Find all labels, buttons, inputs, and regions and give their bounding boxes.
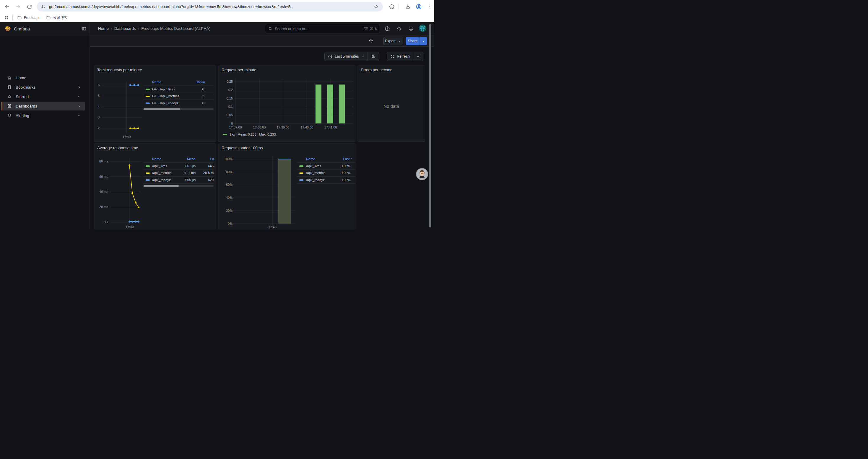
series-name[interactable]: /api/_metrics <box>306 171 325 174</box>
breadcrumb-dashboards[interactable]: Dashboards <box>114 26 136 31</box>
profile-icon <box>416 4 422 10</box>
folder-icon <box>17 15 22 20</box>
profile-button[interactable] <box>416 4 422 10</box>
share-split-button: Share <box>406 37 427 45</box>
rss-icon <box>397 26 402 31</box>
page-scrollbar[interactable] <box>429 24 431 227</box>
zoom-out-time-button[interactable] <box>368 52 379 61</box>
browser-menu-button[interactable] <box>427 4 433 9</box>
bookmark-star-icon[interactable] <box>374 4 379 9</box>
share-button[interactable]: Share <box>406 37 420 45</box>
legend-row[interactable]: /api/_readyz100% <box>297 177 356 184</box>
chevron-down-icon <box>416 55 420 58</box>
legend-row[interactable]: GET /api/_metrics2 <box>143 93 214 100</box>
back-button[interactable] <box>4 4 10 9</box>
panel-title[interactable]: Requests under 100ms <box>222 145 263 150</box>
favorite-dashboard-button[interactable] <box>368 38 373 43</box>
reload-button[interactable] <box>27 4 32 9</box>
bookmark-folder-freeleaps[interactable]: Freeleaps <box>17 13 40 22</box>
assistant-avatar[interactable] <box>416 168 428 180</box>
user-avatar[interactable] <box>419 25 426 32</box>
legend-column-header[interactable]: Name <box>152 80 161 84</box>
downloads-button[interactable] <box>405 4 411 9</box>
panel-title[interactable]: Errors per second <box>361 68 392 72</box>
series-name[interactable]: /api/_livez <box>152 164 167 168</box>
refresh-icon <box>390 54 395 59</box>
extensions-button[interactable] <box>389 4 395 9</box>
bookmark-folder-blogs[interactable]: 收藏博客 <box>46 13 68 22</box>
bar-chart[interactable]: 0%20%40%60%80%100%17:40 <box>220 155 300 230</box>
legend-column-header[interactable]: Last * <box>210 157 214 161</box>
legend-scrollbar[interactable] <box>143 108 214 110</box>
panel-errors-per-second[interactable]: Errors per second No data <box>358 66 425 142</box>
toolbar-divider <box>399 4 399 10</box>
refresh-interval-button[interactable] <box>413 52 423 61</box>
time-range-picker[interactable]: Last 5 minutes <box>325 52 368 61</box>
legend-column-header[interactable]: Last * <box>343 157 352 161</box>
legend-row[interactable]: /api/_metrics40.1 ms20.5 m <box>143 170 214 177</box>
sidebar-toggle-button[interactable] <box>82 26 87 31</box>
browser-window: Freeleaps 收藏博客 Grafana Home <box>0 0 434 230</box>
chevron-down-icon[interactable] <box>78 114 81 118</box>
timeseries-chart[interactable]: 0 s20 ms40 ms60 ms80 ms17:40 <box>95 157 143 230</box>
series-name[interactable]: /api/_readyz <box>306 178 325 182</box>
share-menu-button[interactable] <box>420 37 427 45</box>
series-name[interactable]: /api/_livez <box>306 164 321 168</box>
forward-button[interactable] <box>16 4 21 9</box>
series-name[interactable]: GET /api/_livez <box>152 88 175 91</box>
breadcrumb-separator: › <box>135 26 141 31</box>
search-input[interactable]: Search or jump to... ⌘+k <box>265 24 380 33</box>
panel-requests-under-100ms[interactable]: Requests under 100ms 0%20%40%60%80%100%1… <box>218 143 355 230</box>
panel-title[interactable]: Request per minute <box>222 68 256 72</box>
time-range-label: Last 5 minutes <box>335 54 359 59</box>
legend-scrollbar-thumb[interactable] <box>144 108 180 110</box>
legend-column-header[interactable]: Mean <box>187 157 195 161</box>
news-button[interactable] <box>397 26 402 31</box>
series-value: 20.5 m <box>203 171 214 174</box>
kiosk-mode-button[interactable] <box>408 26 414 31</box>
sidebar-item-bookmarks[interactable]: Bookmarks <box>1 83 85 92</box>
breadcrumb-home[interactable]: Home <box>98 26 109 31</box>
legend-scrollbar[interactable] <box>143 185 214 187</box>
series-name[interactable]: /api/_metrics <box>152 171 172 174</box>
legend-table: NameMeanGET /api/_livez6GET /api/_metric… <box>143 79 214 110</box>
panel-total-requests[interactable]: Total requests per minute 2345617:40 Nam… <box>94 66 216 142</box>
panel-title[interactable]: Average response time <box>97 145 138 150</box>
panel-average-response-time[interactable]: Average response time 0 s20 ms40 ms60 ms… <box>94 143 216 230</box>
panel-request-per-minute[interactable]: Request per minute 00.050.10.150.20.2517… <box>218 66 355 142</box>
legend-scrollbar-thumb[interactable] <box>144 185 179 187</box>
sidebar-item-alerting[interactable]: Alerting <box>1 111 85 120</box>
site-settings-icon[interactable] <box>41 4 45 9</box>
address-bar[interactable] <box>37 2 383 11</box>
share-label: Share <box>408 39 417 43</box>
sidebar-item-home[interactable]: Home <box>1 73 85 82</box>
legend-row[interactable]: /api/_readyz605 µs620 <box>143 177 214 184</box>
url-input[interactable] <box>49 4 371 9</box>
apps-shortcut-button[interactable] <box>4 15 9 20</box>
brand-name: Grafana <box>14 26 30 31</box>
legend-row[interactable]: GET /api/_livez6 <box>143 86 214 93</box>
refresh-button[interactable]: Refresh <box>387 52 413 61</box>
chevron-down-icon[interactable] <box>78 85 81 89</box>
legend-inline[interactable]: 2xx Mean: 0.233 Max: 0.233 <box>223 133 276 136</box>
help-button[interactable] <box>385 26 390 31</box>
sidebar-item-starred[interactable]: Starred <box>1 92 85 101</box>
series-name[interactable]: /api/_readyz <box>152 178 171 182</box>
chevron-down-icon[interactable] <box>78 104 81 108</box>
legend-column-header[interactable]: Name <box>152 157 161 161</box>
legend-row[interactable]: GET /api/_readyz6 <box>143 100 214 107</box>
timeseries-chart[interactable]: 2345617:40 <box>95 80 143 140</box>
legend-row[interactable]: /api/_metrics100% <box>297 170 356 177</box>
legend-column-header[interactable]: Name <box>306 157 315 161</box>
series-name[interactable]: GET /api/_readyz <box>152 101 179 105</box>
chevron-down-icon[interactable] <box>78 95 81 99</box>
export-button[interactable]: Export <box>383 37 402 45</box>
sidebar-item-dashboards[interactable]: Dashboards <box>1 102 85 110</box>
legend-column-header[interactable]: Mean <box>196 80 205 84</box>
legend-row[interactable]: /api/_livez661 µs646 <box>143 163 214 170</box>
series-name[interactable]: GET /api/_metrics <box>152 94 179 98</box>
panel-title[interactable]: Total requests per minute <box>97 68 142 72</box>
star-icon <box>368 38 373 43</box>
legend-row[interactable]: /api/_livez100% <box>297 163 356 170</box>
bar-chart[interactable]: 00.050.10.150.20.2517:37:0017:38:0017:39… <box>220 78 355 130</box>
